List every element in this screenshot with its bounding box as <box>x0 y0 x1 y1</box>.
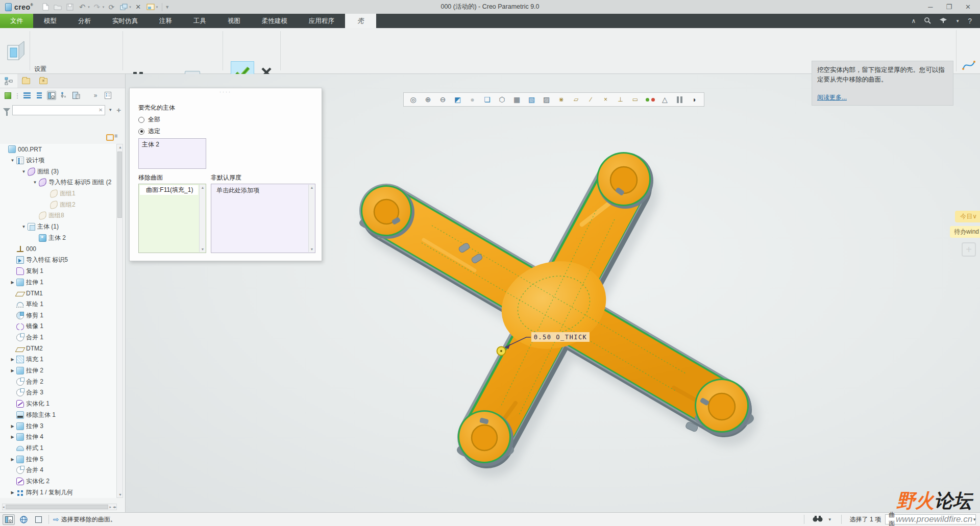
tree-filters-icon[interactable] <box>59 91 68 100</box>
minimize-button[interactable]: ─ <box>928 3 933 11</box>
graphics-toolbar-icon[interactable]: ▦ <box>509 94 524 105</box>
tree-item[interactable]: 主体 (1) <box>0 221 117 233</box>
scrollbar-thumb[interactable] <box>6 505 109 509</box>
tree-item[interactable]: 000 <box>0 243 117 255</box>
tree-item[interactable]: 合并 2 <box>0 376 117 387</box>
sticky-todo-tab[interactable]: 待办wind <box>950 226 980 238</box>
restore-button[interactable]: ❐ <box>946 3 952 11</box>
tree-item[interactable]: 样式 1 <box>0 443 117 454</box>
toolbar-overflow-icon[interactable]: » <box>91 91 100 100</box>
graphics-toolbar-icon[interactable]: ⊕ <box>421 94 435 105</box>
undo-icon[interactable]: ↶ <box>77 2 87 12</box>
add-item-placeholder[interactable]: 单击此处添加项 <box>211 184 315 195</box>
close-button[interactable]: ✕ <box>965 3 971 11</box>
model-tree-tab[interactable] <box>0 74 17 88</box>
browser-globe-icon[interactable] <box>17 514 30 525</box>
tree-splitter-icon[interactable]: ⋮ <box>15 91 19 100</box>
expander-icon[interactable] <box>9 457 16 462</box>
tree-item[interactable]: DTM1 <box>0 288 117 299</box>
tree-item[interactable]: 镜像 1 <box>0 321 117 332</box>
favorites-tab[interactable]: ✳ <box>35 74 52 88</box>
graphics-toolbar-icon[interactable]: ◩ <box>450 94 465 105</box>
tree-item[interactable]: 导入特征 标识5 面组 (2 <box>0 177 117 188</box>
tree-search-field[interactable] <box>13 107 96 113</box>
expander-icon[interactable] <box>9 280 16 285</box>
qat-overflow-icon[interactable]: ▼ <box>165 5 169 10</box>
folder-browser-tab[interactable] <box>17 74 35 88</box>
selection-filter-combo[interactable]: 曲面 www.proewildfire.cn ▼ <box>885 514 976 524</box>
find-binoculars-icon[interactable] <box>813 515 823 523</box>
expander-icon[interactable] <box>9 368 16 373</box>
ribbon-tab[interactable]: 视图 <box>217 14 251 28</box>
tree-item[interactable]: 面组2 <box>0 199 117 210</box>
tree-item[interactable]: 设计项 <box>0 155 117 166</box>
tree-item[interactable]: 面组 (3) <box>0 166 117 177</box>
blank-toggle-icon[interactable] <box>32 514 44 525</box>
expander-icon[interactable] <box>32 180 38 185</box>
collector-scrollbar[interactable] <box>308 185 314 252</box>
search-dropdown-icon[interactable]: ▼ <box>107 108 113 112</box>
radio-all[interactable]: 全部 <box>138 115 160 124</box>
tree-item[interactable]: 主体 2 <box>0 233 117 244</box>
windows-icon[interactable] <box>118 2 129 12</box>
graphics-toolbar-icon[interactable] <box>643 94 657 105</box>
tree-vertical-scrollbar[interactable] <box>116 144 123 498</box>
expand-levels-icon[interactable] <box>22 91 32 100</box>
ribbon-tab[interactable]: 应用程序 <box>298 14 345 28</box>
new-file-icon[interactable] <box>40 2 51 12</box>
ribbon-tab[interactable]: 分析 <box>67 14 102 28</box>
radio-selected[interactable]: 选定 <box>138 127 160 136</box>
expander-icon[interactable] <box>9 435 16 439</box>
tree-item[interactable]: 面组8 <box>0 210 117 221</box>
ghost-add-button[interactable]: + <box>962 242 976 257</box>
graphics-toolbar-icon[interactable]: ▱ <box>569 94 583 105</box>
tree-item[interactable]: 拉伸 1 <box>0 277 117 288</box>
tree-item[interactable]: 移除主体 1 <box>0 410 117 421</box>
filter-funnel-icon[interactable] <box>3 108 10 112</box>
tree-item[interactable]: 拉伸 3 <box>0 420 117 432</box>
tree-item[interactable]: 草绘 1 <box>0 299 117 310</box>
redo-icon[interactable]: ↷ <box>92 2 102 12</box>
tree-item[interactable]: DTM2 <box>0 343 117 354</box>
learning-dropdown-icon[interactable]: ▼ <box>955 19 960 23</box>
graphics-toolbar-icon[interactable]: ▭ <box>628 94 643 105</box>
graphics-toolbar-icon[interactable]: ▧ <box>524 94 539 105</box>
nondefault-thickness-collector[interactable]: 单击此处添加项 <box>211 184 315 253</box>
graphics-toolbar-icon[interactable]: ⊥ <box>613 94 628 105</box>
open-file-icon[interactable] <box>53 2 63 12</box>
collector-scrollbar[interactable] <box>199 185 205 252</box>
filter-dropdown-icon[interactable]: ▼ <box>972 517 978 522</box>
panel-drag-handle[interactable]: ···· <box>130 89 322 94</box>
expander-icon[interactable] <box>9 158 16 163</box>
ribbon-tab[interactable]: 柔性建模 <box>251 14 298 28</box>
ribbon-tab[interactable]: 模型 <box>33 14 67 28</box>
ribbon-tab[interactable]: 文件 <box>0 14 33 28</box>
tree-item[interactable]: 合并 3 <box>0 387 117 398</box>
windows-dropdown-icon[interactable]: ▾ <box>129 5 131 9</box>
close-window-icon[interactable]: ✕ <box>133 2 143 12</box>
undo-dropdown-icon[interactable]: ▾ <box>88 5 90 9</box>
model-display-icon[interactable] <box>145 2 156 12</box>
tree-item[interactable]: 实体化 2 <box>0 476 117 487</box>
graphics-toolbar-icon[interactable]: ▨ <box>539 94 554 105</box>
tree-horizontal-scrollbar[interactable]: ◂▸◂▸ <box>2 504 117 510</box>
tree-search-input[interactable]: ✕ <box>12 105 105 115</box>
tree-settings-icon[interactable] <box>71 91 81 100</box>
body-item[interactable]: 主体 2 <box>139 139 206 151</box>
redo-dropdown-icon[interactable]: ▾ <box>103 5 105 9</box>
learning-connector-icon[interactable] <box>939 17 947 25</box>
expander-icon[interactable] <box>9 424 16 429</box>
ribbon-tab[interactable]: 实时仿真 <box>102 14 149 28</box>
tree-column-header-icon[interactable] <box>106 134 114 141</box>
tree-item[interactable]: 阵列 1 / 复制几何 <box>0 487 117 498</box>
scrollbar-thumb[interactable] <box>117 152 122 218</box>
tree-item[interactable]: 拉伸 4 <box>0 432 117 443</box>
toggle-navigator-icon[interactable] <box>3 514 15 525</box>
tree-item[interactable]: 导入特征 标识5 <box>0 255 117 266</box>
sticky-today-tab[interactable]: 今日∨ <box>955 211 980 222</box>
collapse-levels-icon[interactable] <box>35 91 44 100</box>
expander-icon[interactable] <box>9 357 16 362</box>
read-more-link[interactable]: 阅读更多... <box>817 93 847 102</box>
ribbon-tab[interactable]: 壳 <box>345 14 376 28</box>
tree-item[interactable]: 填充 1 <box>0 354 117 365</box>
